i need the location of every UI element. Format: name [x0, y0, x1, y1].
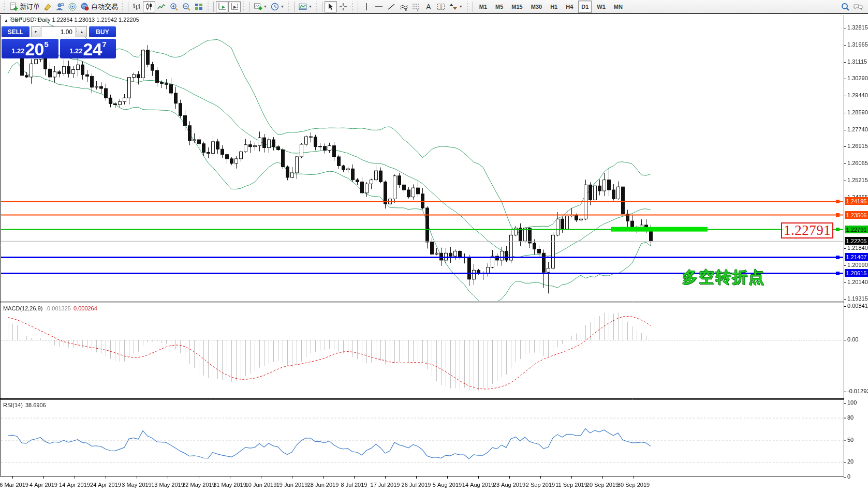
arrows-button[interactable]: ▼	[447, 1, 464, 12]
toolbar-grip[interactable]	[351, 2, 354, 12]
tf-button-M5[interactable]: M5	[492, 1, 506, 13]
equidistant-channel-button[interactable]: E	[398, 1, 410, 12]
tf-button-M1[interactable]: M1	[476, 1, 490, 13]
eraser-icon	[43, 2, 52, 11]
tf-button-H4[interactable]: H4	[563, 1, 576, 13]
equidistant-channel-icon: E	[399, 2, 408, 11]
toolbar-grip[interactable]	[466, 2, 469, 12]
macd-name: MACD(12,26,9)	[3, 305, 42, 311]
macd-label: MACD(12,26,9)-0.0013250.000264	[3, 305, 97, 311]
vertical-line-icon	[362, 3, 371, 11]
horizontal-line-button[interactable]	[373, 1, 385, 12]
text-label-icon: T	[436, 2, 446, 11]
ohlc-open: 1.22864	[52, 17, 73, 23]
chart-title: GBPUSD-,Daily	[10, 17, 51, 23]
line-chart-button[interactable]	[155, 1, 168, 12]
text-label-button[interactable]: T	[435, 1, 447, 12]
buy-price-button[interactable]: 1.22 24 7	[60, 39, 116, 58]
chart-window: ▲GBPUSD-,Daily 1.22864 1.23013 1.21942 1…	[0, 15, 868, 492]
tf-button-D1[interactable]: D1	[578, 1, 592, 13]
trader-account-button[interactable]	[54, 1, 66, 12]
tf-button-M15[interactable]: M15	[508, 1, 525, 13]
volume-decrease-button[interactable]: ▼	[31, 26, 40, 37]
auto-scroll-button[interactable]	[216, 1, 228, 12]
new-order-icon	[9, 2, 18, 11]
toolbar-grip[interactable]	[288, 2, 290, 12]
auto-trading-button[interactable]: 自动交易	[79, 1, 120, 12]
zoom-out-button[interactable]	[180, 1, 193, 12]
new-chart-icon	[253, 2, 262, 11]
chat-button[interactable]	[851, 1, 865, 12]
templates-button[interactable]: ▼	[297, 1, 314, 12]
auto-scroll-icon	[217, 2, 227, 11]
buy-price-pips: 24	[83, 42, 102, 57]
sell-price-button[interactable]: 1.22 20 5	[2, 39, 58, 58]
search-icon	[841, 2, 850, 11]
trendline-button[interactable]	[385, 1, 398, 12]
chart-shift-button[interactable]	[228, 1, 241, 12]
crosshair-icon	[339, 3, 347, 11]
dropdown-caret: ▼	[263, 5, 267, 8]
signal-icon	[68, 2, 77, 11]
zoom-in-button[interactable]	[168, 1, 180, 12]
tf-button-W1[interactable]: W1	[594, 1, 609, 13]
svg-text:F: F	[417, 8, 419, 11]
auto-trading-icon	[80, 2, 90, 11]
text-icon: A	[426, 3, 431, 10]
sell-price-prefix: 1.22	[11, 47, 24, 55]
new-chart-button[interactable]: ▼	[252, 1, 269, 12]
toolbar-grip[interactable]	[243, 2, 245, 12]
dropdown-caret: ▼	[308, 5, 312, 8]
volume-increase-button[interactable]: ▲	[77, 26, 87, 37]
toolbar-grip[interactable]	[122, 2, 124, 12]
sell-price-pips: 20	[25, 42, 44, 57]
chart-shift-icon	[230, 2, 239, 11]
search-button[interactable]	[839, 1, 851, 12]
tf-button-H1[interactable]: H1	[547, 1, 561, 13]
price-annotation-text: 1.22791	[784, 222, 831, 238]
collapse-panel-icon[interactable]: ▲	[4, 18, 8, 23]
bar-chart-icon	[132, 2, 141, 11]
arrows-icon	[449, 2, 458, 11]
turning-point-annotation[interactable]: 多空转折点	[682, 267, 765, 288]
ohlc-close: 1.22205	[119, 17, 139, 23]
templates-icon	[298, 2, 307, 11]
text-button[interactable]: A	[422, 1, 435, 12]
chart-canvas[interactable]	[0, 15, 868, 492]
mt4-window: 新订单	[0, 0, 868, 492]
timeframe-toolbar: M1M5M15M30H1H4D1W1MN	[475, 1, 627, 13]
line-chart-icon	[157, 2, 166, 11]
fibonacci-button[interactable]: F	[410, 1, 422, 12]
rsi-value: 38.6906	[25, 402, 46, 408]
crosshair-button[interactable]	[337, 1, 349, 12]
chat-icon	[853, 2, 863, 11]
bar-chart-button[interactable]	[130, 1, 143, 12]
ohlc-high: 1.23013	[74, 17, 95, 23]
separator	[322, 2, 322, 12]
auto-trading-label: 自动交易	[91, 2, 118, 11]
sell-button[interactable]: SELL	[2, 26, 30, 37]
periodicity-button[interactable]: ▼	[269, 1, 286, 12]
price-annotation-box[interactable]: 1.22791	[781, 222, 833, 238]
dropdown-caret: ▼	[281, 5, 284, 8]
zoom-out-icon	[182, 2, 191, 11]
signal-button[interactable]	[66, 1, 79, 12]
tf-button-M30[interactable]: M30	[528, 1, 545, 13]
toolbar-grip[interactable]	[207, 2, 210, 12]
volume-input[interactable]: 1.00	[41, 26, 76, 37]
eraser-button[interactable]	[41, 1, 54, 12]
buy-button[interactable]: BUY	[89, 26, 116, 37]
macd-main-value: -0.001325	[45, 305, 71, 311]
toolbar-grip[interactable]	[3, 2, 6, 12]
cursor-button[interactable]	[325, 1, 337, 12]
vertical-line-button[interactable]	[360, 1, 373, 12]
clock-icon	[270, 2, 279, 11]
candlestick-chart-button[interactable]	[143, 1, 155, 12]
main-toolbar: 新订单	[0, 0, 868, 14]
tf-button-MN[interactable]: MN	[611, 1, 626, 13]
new-order-label: 新订单	[20, 2, 40, 11]
toolbar-grip[interactable]	[316, 2, 318, 12]
tile-windows-button[interactable]	[193, 1, 205, 12]
new-order-button[interactable]: 新订单	[7, 1, 41, 12]
separator	[128, 2, 128, 12]
